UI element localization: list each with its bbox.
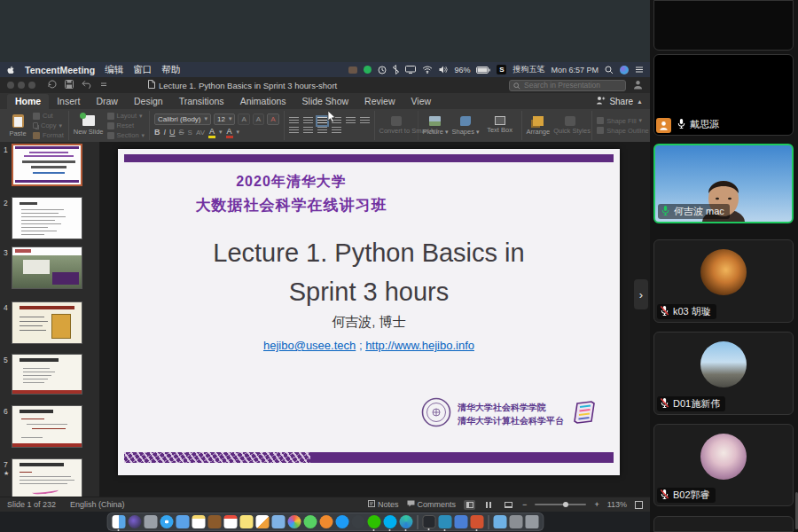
zoom-in-button[interactable]: + [594,500,598,509]
meeting-status-icon[interactable] [364,66,372,74]
more-commands-icon[interactable] [100,81,107,90]
ime-name[interactable]: 搜狗五笔 [512,64,544,75]
account-person-icon[interactable] [633,77,643,93]
video-tile-d01[interactable]: D01施新伟 [653,332,794,415]
menu-edit[interactable]: 编辑 [105,64,123,76]
website-link[interactable]: http://www.hejibo.info [365,339,474,352]
zoom-slider[interactable] [535,504,586,505]
close-button[interactable] [7,82,14,89]
slide-thumbnail-3[interactable] [12,246,82,289]
slide-thumbnail-5[interactable] [12,354,82,395]
dock-trash-icon[interactable] [525,515,538,528]
layout-button[interactable]: Layout ▾ [107,112,145,120]
bold-button[interactable]: B [154,128,160,137]
battery-icon[interactable] [476,66,490,74]
volume-icon[interactable] [439,66,448,74]
dock-mail-icon[interactable] [176,515,189,528]
language-indicator[interactable]: English (China) [70,500,125,509]
text-box-button[interactable]: Text Box [483,116,517,135]
tab-insert[interactable]: Insert [49,94,88,109]
cut-button[interactable]: Cut [33,112,64,120]
status-app-icon[interactable] [348,66,357,74]
dock-stickies-icon[interactable] [239,515,253,528]
tab-animations[interactable]: Animations [232,94,294,109]
italic-button[interactable]: I [164,128,167,137]
highlight-caret-icon[interactable]: ▾ [219,129,223,136]
shape-outline-button[interactable]: Shape Outline ▾ [597,127,654,135]
control-center-icon[interactable] [635,66,644,74]
video-tile-daisiyuan[interactable]: 戴思源 [653,54,794,136]
quick-styles-button[interactable]: Quick Styles [553,116,587,136]
menu-window[interactable]: 窗口 [133,64,152,76]
screen-time-icon[interactable] [378,66,387,74]
zoom-button[interactable] [28,82,35,89]
line-spacing-button[interactable] [289,127,299,135]
autosave-icon[interactable] [48,80,57,90]
shadow-button[interactable]: S [188,129,192,137]
wifi-icon[interactable] [422,66,433,74]
video-tile-partial-bottom[interactable] [653,516,794,532]
text-direction-button[interactable] [317,127,327,135]
minimize-button[interactable] [18,82,25,89]
dock-edge-icon[interactable] [399,515,412,528]
slide-thumbnail-4[interactable] [12,301,82,344]
comments-button[interactable]: Comments [407,500,457,509]
zoom-percent[interactable]: 113% [607,500,627,509]
section-button[interactable]: Section ▾ [107,131,145,139]
video-tile-hejibo-active-speaker[interactable]: 何吉波 mac [653,144,794,223]
zoom-slider-thumb[interactable] [563,502,568,507]
search-input[interactable] [524,81,622,90]
save-icon[interactable] [65,80,74,90]
menubar-app-name[interactable]: TencentMeeting [25,65,95,75]
ime-badge-icon[interactable]: S [497,65,506,74]
underline-button[interactable]: U [169,128,176,137]
slide-editing-canvas[interactable]: 2020年清华大学 大数据社会科学在线讲习班 Lecture 1. Python… [99,142,650,497]
dock-siri-icon[interactable] [128,515,141,528]
dock-powerpoint-icon[interactable] [470,515,483,528]
dock-downloads-folder-icon[interactable] [493,515,506,528]
shape-fill-button[interactable]: Shape Fill ▾ [597,117,654,125]
font-name-select[interactable]: Calibri (Body)▾ [154,113,211,125]
presentation-search-box[interactable] [509,80,626,91]
fit-slide-button[interactable] [635,501,643,509]
dock-messages-icon[interactable] [303,515,317,528]
collapse-ribbon-icon[interactable]: ▲ [637,98,643,105]
video-tile-k03[interactable]: k03 胡璇 [653,239,794,323]
align-right-button[interactable] [346,117,356,125]
slide-thumbnail-7[interactable] [12,458,82,497]
paste-button[interactable]: Paste [6,114,29,137]
numbering-button[interactable] [303,117,313,125]
char-spacing-button[interactable]: AV [196,129,205,137]
dock-music-icon[interactable] [319,515,332,528]
arrange-button[interactable]: Arrange [527,116,551,136]
window-controls[interactable] [7,82,35,89]
font-size-select[interactable]: 12▾ [214,113,235,125]
dock-vscode-icon[interactable] [438,515,451,528]
siri-icon[interactable] [620,66,629,74]
shapes-button[interactable]: Shapes ▾ [451,116,479,136]
next-slide-button[interactable]: › [634,279,648,309]
zoom-out-button[interactable]: − [522,500,527,509]
slide-thumbnail-1[interactable] [12,144,82,186]
dock-photos-icon[interactable] [287,515,301,528]
tab-view[interactable]: View [403,94,440,109]
bullets-button[interactable] [289,117,299,125]
reset-button[interactable]: Reset [107,121,145,129]
menu-help[interactable]: 帮助 [161,64,180,76]
strikethrough-button[interactable]: S [179,128,184,137]
font-color-button[interactable]: A [226,127,233,138]
dock-preview-icon[interactable] [271,515,285,528]
current-slide[interactable]: 2020年清华大学 大数据社会科学在线讲习班 Lecture 1. Python… [118,149,620,475]
dock-launchpad-icon[interactable] [144,515,157,528]
tab-slideshow[interactable]: Slide Show [294,94,357,109]
video-tile-b02[interactable]: B02郭睿 [653,424,794,506]
align-text-button[interactable] [332,127,341,135]
email-link[interactable]: hejibo@usee.tech [263,339,356,352]
convert-smartart-button[interactable]: Convert to SmartArt [379,116,413,136]
display-mirroring-icon[interactable] [405,66,416,74]
align-left-button[interactable] [317,117,327,125]
dock-pages-icon[interactable] [255,515,269,528]
slide-thumbnail-6[interactable] [12,405,82,448]
format-painter-button[interactable]: Format [33,131,64,139]
apple-logo-icon[interactable] [6,65,15,74]
